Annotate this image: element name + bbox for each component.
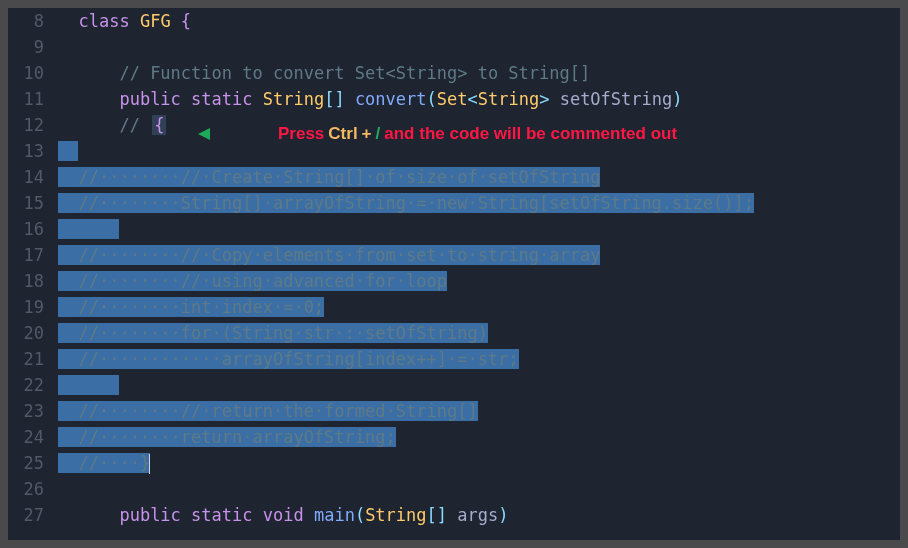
- code-line[interactable]: 8 class GFG {: [8, 8, 900, 34]
- line-number: 14: [8, 164, 58, 190]
- code-line[interactable]: 10 // Function to convert Set<String> to…: [8, 60, 900, 86]
- code-editor[interactable]: Press Ctrl + / and the code will be comm…: [8, 8, 900, 540]
- line-number: 9: [8, 34, 58, 60]
- line-number: 15: [8, 190, 58, 216]
- selection: //············arrayOfString[index++]·=·s…: [58, 349, 519, 369]
- line-number: 10: [8, 60, 58, 86]
- selection: //········//·return·the·formed·String[]: [58, 401, 478, 421]
- code-line[interactable]: 12 // {: [8, 112, 900, 138]
- selection: //········return·arrayOfString;: [58, 427, 396, 447]
- code-content[interactable]: //········//·using·advanced·for·loop: [58, 268, 900, 294]
- brace-highlight: {: [152, 115, 166, 135]
- selection: //········//·Create·String[]·of·size·of·…: [58, 167, 600, 187]
- code-content[interactable]: [58, 138, 900, 164]
- code-content[interactable]: // Function to convert Set<String> to St…: [58, 60, 900, 86]
- code-content[interactable]: // {: [58, 112, 900, 138]
- line-number: 11: [8, 86, 58, 112]
- code-line[interactable]: 9: [8, 34, 900, 60]
- line-number: 23: [8, 398, 58, 424]
- code-content[interactable]: //········//·Create·String[]·of·size·of·…: [58, 164, 900, 190]
- line-number: 18: [8, 268, 58, 294]
- code-content[interactable]: [58, 372, 900, 398]
- code-content[interactable]: //········return·arrayOfString;: [58, 424, 900, 450]
- code-line[interactable]: 18 //········//·using·advanced·for·loop: [8, 268, 900, 294]
- line-number: 16: [8, 216, 58, 242]
- code-content[interactable]: public static void main(String[] args): [58, 502, 900, 528]
- code-line[interactable]: 16: [8, 216, 900, 242]
- line-number: 27: [8, 502, 58, 528]
- code-content[interactable]: [58, 216, 900, 242]
- code-content[interactable]: //········//·return·the·formed·String[]: [58, 398, 900, 424]
- line-number: 12: [8, 112, 58, 138]
- code-content[interactable]: //············arrayOfString[index++]·=·s…: [58, 346, 900, 372]
- code-line[interactable]: 21 //············arrayOfString[index++]·…: [8, 346, 900, 372]
- selection: //········String[]·arrayOfString·=·new·S…: [58, 193, 754, 213]
- line-number: 17: [8, 242, 58, 268]
- code-line[interactable]: 24 //········return·arrayOfString;: [8, 424, 900, 450]
- code-line[interactable]: 26: [8, 476, 900, 502]
- selection: [58, 375, 119, 395]
- code-line[interactable]: 27 public static void main(String[] args…: [8, 502, 900, 528]
- line-number: 25: [8, 450, 58, 476]
- code-line[interactable]: 11 public static String[] convert(Set<St…: [8, 86, 900, 112]
- selection: //········for·(String·str·:·setOfString): [58, 323, 488, 343]
- line-number: 21: [8, 346, 58, 372]
- code-content[interactable]: //····}: [58, 450, 900, 476]
- code-line[interactable]: 23 //········//·return·the·formed·String…: [8, 398, 900, 424]
- code-line[interactable]: 15 //········String[]·arrayOfString·=·ne…: [8, 190, 900, 216]
- text-caret: [149, 454, 150, 474]
- line-number: 22: [8, 372, 58, 398]
- selection: [58, 219, 119, 239]
- selection: //········int·index·=·0;: [58, 297, 324, 317]
- selection: //········//·using·advanced·for·loop: [58, 271, 447, 291]
- selection: //····}: [58, 453, 150, 473]
- line-number: 26: [8, 476, 58, 502]
- code-line[interactable]: 14 //········//·Create·String[]·of·size·…: [8, 164, 900, 190]
- code-line[interactable]: 20 //········for·(String·str·:·setOfStri…: [8, 320, 900, 346]
- code-line[interactable]: 17 //········//·Copy·elements·from·set·t…: [8, 242, 900, 268]
- selection: [58, 141, 78, 161]
- selection: //········//·Copy·elements·from·set·to·s…: [58, 245, 600, 265]
- code-content[interactable]: //········//·Copy·elements·from·set·to·s…: [58, 242, 900, 268]
- code-line[interactable]: 19 //········int·index·=·0;: [8, 294, 900, 320]
- code-content[interactable]: //········for·(String·str·:·setOfString): [58, 320, 900, 346]
- line-number: 19: [8, 294, 58, 320]
- code-content[interactable]: [58, 34, 900, 60]
- line-number: 13: [8, 138, 58, 164]
- code-line[interactable]: 25 //····}: [8, 450, 900, 476]
- code-line[interactable]: 22: [8, 372, 900, 398]
- line-number: 8: [8, 8, 58, 34]
- code-content[interactable]: //········String[]·arrayOfString·=·new·S…: [58, 190, 900, 216]
- line-number: 20: [8, 320, 58, 346]
- code-line[interactable]: 13: [8, 138, 900, 164]
- line-number: 24: [8, 424, 58, 450]
- code-content[interactable]: class GFG {: [58, 8, 900, 34]
- code-content[interactable]: [58, 476, 900, 502]
- code-content[interactable]: //········int·index·=·0;: [58, 294, 900, 320]
- code-content[interactable]: public static String[] convert(Set<Strin…: [58, 86, 900, 112]
